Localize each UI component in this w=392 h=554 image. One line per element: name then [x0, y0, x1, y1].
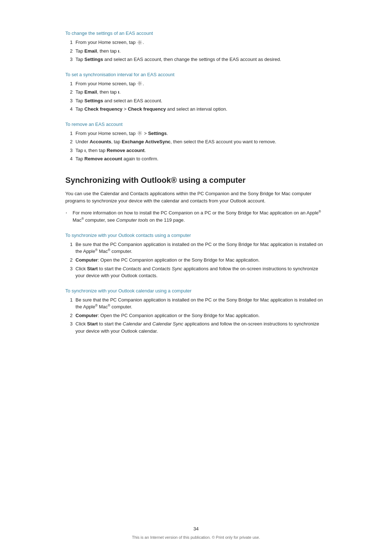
page-container: To change the settings of an EAS account…	[58, 0, 334, 367]
body-paragraph: You can use the Calendar and Contacts ap…	[65, 190, 327, 205]
footer-note: This is an Internet version of this publ…	[0, 535, 392, 539]
steps-change-eas: 1 From your Home screen, tap . 2 Tap Ema…	[65, 39, 327, 63]
svg-point-0	[139, 41, 140, 43]
page-number: 34	[0, 526, 392, 532]
page-footer: 34 This is an Internet version of this p…	[0, 526, 392, 539]
steps-sync-calendar: 1 Be sure that the PC Companion applicat…	[65, 296, 327, 335]
steps-set-sync: 1 From your Home screen, tap . 2 Tap Ema…	[65, 80, 327, 113]
gear-icon	[137, 40, 142, 45]
list-item: 3 Click Start to start the Calendar and …	[65, 320, 327, 335]
list-item: 1 Be sure that the PC Companion applicat…	[65, 296, 327, 311]
note-dot-icon: ·	[65, 209, 71, 216]
heading-sync-contacts: To synchronize with your Outlook contact…	[65, 233, 327, 238]
list-item: 2 Computer: Open the PC Companion applic…	[65, 257, 327, 264]
gear-icon	[137, 131, 142, 136]
list-item: 2 Under Accounts, tap Exchange ActiveSyn…	[65, 138, 327, 145]
steps-sync-contacts: 1 Be sure that the PC Companion applicat…	[65, 241, 327, 279]
main-heading: Synchronizing with Outlook® using a comp…	[65, 176, 327, 185]
section-sync-outlook: Synchronizing with Outlook® using a comp…	[65, 176, 327, 224]
list-item: 2 Tap Email, then tap ı.	[65, 89, 327, 96]
section-sync-contacts: To synchronize with your Outlook contact…	[65, 233, 327, 279]
svg-point-1	[139, 83, 140, 84]
list-item: 1 Be sure that the PC Companion applicat…	[65, 241, 327, 255]
list-item: 1 From your Home screen, tap .	[65, 39, 327, 46]
heading-change-eas: To change the settings of an EAS account	[65, 30, 327, 36]
list-item: 4 Tap Remove account again to confirm.	[65, 155, 327, 163]
list-item: 4 Tap Check frequency > Check frequency …	[65, 106, 327, 113]
list-item: 2 Computer: Open the PC Companion applic…	[65, 312, 327, 319]
note-text: For more information on how to install t…	[73, 209, 327, 224]
section-set-sync: To set a synchronisation interval for an…	[65, 72, 327, 113]
list-item: 3 Tap Settings and select an EAS account…	[65, 56, 327, 63]
heading-set-sync: To set a synchronisation interval for an…	[65, 72, 327, 77]
heading-sync-calendar: To synchronize with your Outlook calenda…	[65, 288, 327, 294]
steps-remove-eas: 1 From your Home screen, tap > Settings.…	[65, 130, 327, 163]
list-item: 3 Click Start to start the Contacts and …	[65, 265, 327, 279]
list-item: 3 Tap Settings and select an EAS account…	[65, 97, 327, 104]
list-item: 3 Tap ı, then tap Remove account.	[65, 147, 327, 154]
section-change-eas: To change the settings of an EAS account…	[65, 30, 327, 63]
svg-point-2	[139, 132, 140, 134]
list-item: 1 From your Home screen, tap .	[65, 80, 327, 87]
list-item: 2 Tap Email, then tap ı.	[65, 48, 327, 55]
section-remove-eas: To remove an EAS account 1 From your Hom…	[65, 122, 327, 163]
heading-remove-eas: To remove an EAS account	[65, 122, 327, 127]
note-block: · For more information on how to install…	[65, 209, 327, 224]
section-sync-calendar: To synchronize with your Outlook calenda…	[65, 288, 327, 335]
gear-icon	[137, 81, 142, 86]
list-item: 1 From your Home screen, tap > Settings.	[65, 130, 327, 137]
